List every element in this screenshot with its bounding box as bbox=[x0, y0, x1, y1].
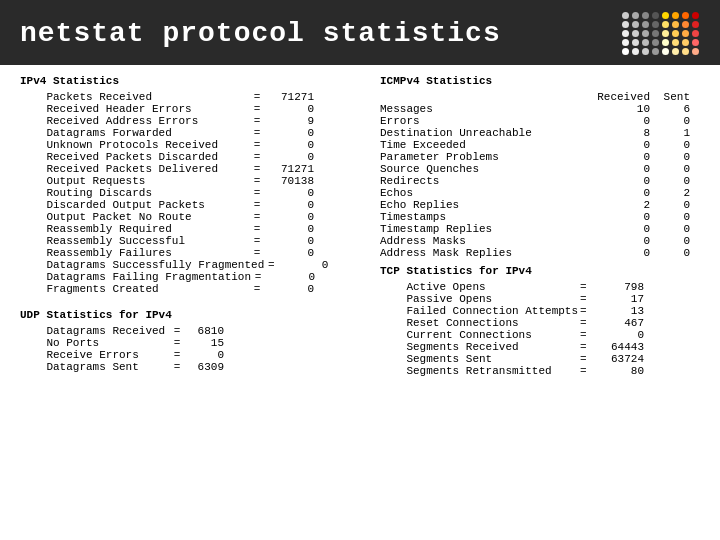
stat-name: Reset Connections bbox=[380, 317, 580, 329]
dot bbox=[692, 48, 699, 55]
icmp-header-row: Received Sent bbox=[380, 91, 700, 103]
stat-value: 0 bbox=[594, 329, 644, 341]
list-item: Current Connections=0 bbox=[380, 329, 700, 341]
icmp-table: Received Sent Messages106Errors00Destina… bbox=[380, 91, 700, 259]
icmp-row-name: Echo Replies bbox=[380, 199, 580, 211]
dot bbox=[682, 12, 689, 19]
stat-name: Unknown Protocols Received bbox=[20, 139, 250, 151]
list-item: Fragments Created=0 bbox=[20, 283, 360, 295]
stat-name: Failed Connection Attempts bbox=[380, 305, 580, 317]
stat-name: Output Requests bbox=[20, 175, 250, 187]
stat-name: Reassembly Required bbox=[20, 223, 250, 235]
icmp-row-sent: 0 bbox=[650, 199, 690, 211]
stat-name: Discarded Output Packets bbox=[20, 199, 250, 211]
stat-name: Datagrams Forwarded bbox=[20, 127, 250, 139]
list-item: Received Header Errors=0 bbox=[20, 103, 360, 115]
list-item: Output Requests=70138 bbox=[20, 175, 360, 187]
dot bbox=[672, 39, 679, 46]
stat-eq: = bbox=[250, 139, 264, 151]
dot bbox=[692, 21, 699, 28]
stat-value: 0 bbox=[278, 259, 328, 271]
icmp-row-name: Parameter Problems bbox=[380, 151, 580, 163]
list-item: Segments Retransmitted=80 bbox=[380, 365, 700, 377]
dot bbox=[642, 21, 649, 28]
list-item: Address Masks00 bbox=[380, 235, 700, 247]
icmp-row-received: 2 bbox=[580, 199, 650, 211]
icmp-row-sent: 0 bbox=[650, 151, 690, 163]
list-item: Datagrams Forwarded=0 bbox=[20, 127, 360, 139]
right-column: ICMPv4 Statistics Received Sent Messages… bbox=[380, 75, 700, 377]
stat-eq: = bbox=[250, 283, 264, 295]
icmp-row-sent: 0 bbox=[650, 223, 690, 235]
list-item: Unknown Protocols Received=0 bbox=[20, 139, 360, 151]
stat-value: 15 bbox=[184, 337, 224, 349]
icmp-row-received: 0 bbox=[580, 235, 650, 247]
icmp-row-received: 0 bbox=[580, 187, 650, 199]
stat-name: Receive Errors bbox=[20, 349, 170, 361]
icmp-row-received: 0 bbox=[580, 211, 650, 223]
header: netstat protocol statistics bbox=[0, 0, 720, 65]
stat-eq: = bbox=[580, 329, 594, 341]
stat-value: 0 bbox=[184, 349, 224, 361]
list-item: Timestamps00 bbox=[380, 211, 700, 223]
list-item: Source Quenches00 bbox=[380, 163, 700, 175]
icmp-row-received: 8 bbox=[580, 127, 650, 139]
dot bbox=[672, 12, 679, 19]
stat-value: 0 bbox=[264, 127, 314, 139]
icmp-row-name: Redirects bbox=[380, 175, 580, 187]
list-item: Receive Errors=0 bbox=[20, 349, 360, 361]
icmp-row-sent: 0 bbox=[650, 247, 690, 259]
list-item: Timestamp Replies00 bbox=[380, 223, 700, 235]
icmp-row-received: 0 bbox=[580, 163, 650, 175]
title-rest: protocol statistics bbox=[145, 18, 501, 49]
list-item: Parameter Problems00 bbox=[380, 151, 700, 163]
stat-value: 6309 bbox=[184, 361, 224, 373]
stat-value: 0 bbox=[264, 211, 314, 223]
tcp-section: TCP Statistics for IPv4 Active Opens=798… bbox=[380, 265, 700, 377]
icmp-row-sent: 0 bbox=[650, 175, 690, 187]
icmp-col-received: Received bbox=[580, 91, 650, 103]
stat-eq: = bbox=[250, 127, 264, 139]
list-item: Datagrams Successfully Fragmented=0 bbox=[20, 259, 360, 271]
tcp-stats-list: Active Opens=798 Passive Opens=17 Failed… bbox=[380, 281, 700, 377]
stat-name: Current Connections bbox=[380, 329, 580, 341]
dot bbox=[662, 39, 669, 46]
ipv4-stats-list: Packets Received=71271 Received Header E… bbox=[20, 91, 360, 295]
stat-name: Packets Received bbox=[20, 91, 250, 103]
icmp-row-sent: 1 bbox=[650, 127, 690, 139]
list-item: Routing Discards=0 bbox=[20, 187, 360, 199]
icmp-row-received: 10 bbox=[580, 103, 650, 115]
stat-value: 71271 bbox=[264, 91, 314, 103]
stat-name: Datagrams Sent bbox=[20, 361, 170, 373]
dot bbox=[652, 12, 659, 19]
icmp-row-name: Address Masks bbox=[380, 235, 580, 247]
icmp-row-received: 0 bbox=[580, 151, 650, 163]
dot bbox=[622, 21, 629, 28]
icmp-row-sent: 2 bbox=[650, 187, 690, 199]
stat-value: 0 bbox=[264, 151, 314, 163]
list-item: Echos02 bbox=[380, 187, 700, 199]
stat-value: 0 bbox=[264, 187, 314, 199]
list-item: Received Address Errors=9 bbox=[20, 115, 360, 127]
stat-eq: = bbox=[580, 353, 594, 365]
icmp-row-name: Timestamp Replies bbox=[380, 223, 580, 235]
list-item: Reset Connections=467 bbox=[380, 317, 700, 329]
stat-value: 0 bbox=[264, 283, 314, 295]
list-item: Received Packets Discarded=0 bbox=[20, 151, 360, 163]
stat-value: 71271 bbox=[264, 163, 314, 175]
stat-eq: = bbox=[580, 365, 594, 377]
icmp-row-sent: 0 bbox=[650, 139, 690, 151]
list-item: Redirects00 bbox=[380, 175, 700, 187]
page-title: netstat protocol statistics bbox=[20, 18, 501, 49]
stat-name: Reassembly Failures bbox=[20, 247, 250, 259]
stat-name: Datagrams Successfully Fragmented bbox=[20, 259, 264, 271]
icmp-row-sent: 0 bbox=[650, 163, 690, 175]
stat-eq: = bbox=[170, 361, 184, 373]
list-item: Datagrams Failing Fragmentation=0 bbox=[20, 271, 360, 283]
icmp-row-sent: 0 bbox=[650, 235, 690, 247]
list-item: Received Packets Delivered=71271 bbox=[20, 163, 360, 175]
list-item: Active Opens=798 bbox=[380, 281, 700, 293]
stat-name: Active Opens bbox=[380, 281, 580, 293]
icmp-row-received: 0 bbox=[580, 139, 650, 151]
dot bbox=[682, 21, 689, 28]
